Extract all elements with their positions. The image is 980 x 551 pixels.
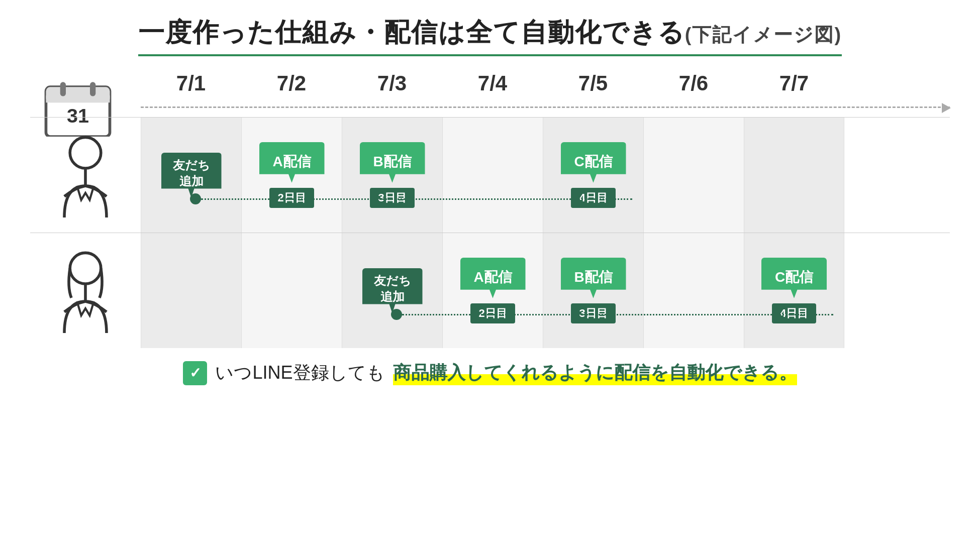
b-delivery-card-p2: B配信 <box>561 258 626 300</box>
person2-event-6: C配信 4日目 <box>761 258 827 323</box>
person1-event-0: 友だち追加 <box>161 153 222 198</box>
title-section: 一度作った仕組み・配信は全て自動化できる(下記イメージ図) <box>138 15 842 56</box>
day-badge-p2-4: 3日目 <box>571 303 615 323</box>
person1-event-4: C配信 4日目 <box>561 142 626 208</box>
col-header-4: 7/5 <box>543 71 643 99</box>
svg-point-8 <box>70 253 101 284</box>
person2-col-0 <box>141 233 241 348</box>
person1-col-5 <box>643 118 744 233</box>
person1-col-6 <box>744 118 844 233</box>
col-header-1: 7/2 <box>241 71 342 99</box>
person2-event-3: A配信 2日目 <box>460 258 526 323</box>
person1-icon <box>30 133 141 218</box>
svg-rect-3 <box>60 82 66 96</box>
col-header-3: 7/4 <box>442 71 543 99</box>
day-badge-p1-2: 3日目 <box>370 188 414 208</box>
note-text-before: いつLINE登録しても <box>215 361 384 385</box>
person1-col-4: C配信 4日目 <box>543 118 643 233</box>
male-avatar <box>50 133 121 218</box>
person1-col-2: B配信 3日目 <box>342 118 442 233</box>
person1-event-2: B配信 3日目 <box>360 142 425 208</box>
svg-rect-4 <box>90 82 95 96</box>
person2-col-1 <box>241 233 342 348</box>
person2-col-6: C配信 4日目 <box>744 233 844 348</box>
svg-point-6 <box>70 137 101 168</box>
main-title: 一度作った仕組み・配信は全て自動化できる(下記イメージ図) <box>138 15 842 56</box>
person2-cols: 友だち追加 A配信 2日目 B配信 <box>141 233 950 348</box>
person2-event-2: 友だち追加 <box>362 268 423 313</box>
grid-section: 31 7/1 7/2 7/3 7/4 7/5 7/6 7/7 <box>30 71 950 348</box>
person2-event-4: B配信 3日目 <box>561 258 626 323</box>
person2-icon <box>30 248 141 334</box>
col-header-2: 7/3 <box>342 71 442 99</box>
title-sub-text: (下記イメージ図) <box>685 24 842 45</box>
timeline-arrow <box>141 106 950 108</box>
a-delivery-card-p1: A配信 <box>259 142 325 185</box>
check-icon: ✓ <box>183 361 207 385</box>
person2-col-5 <box>643 233 744 348</box>
person1-col-3 <box>442 118 543 233</box>
title-main-text: 一度作った仕組み・配信は全て自動化できる <box>138 18 685 47</box>
person1-row: 友だち追加 A配信 2日目 B配信 <box>30 117 950 233</box>
page-container: 一度作った仕組み・配信は全て自動化できる(下記イメージ図) 31 7/1 7/2 <box>0 0 980 551</box>
person1-row-wrapper: 友だち追加 A配信 2日目 B配信 <box>30 117 950 233</box>
day-badge-p2-6: 4日目 <box>772 303 816 323</box>
a-delivery-card-p2: A配信 <box>460 258 526 300</box>
day-badge-p1-4: 4日目 <box>571 188 615 208</box>
person2-col-3: A配信 2日目 <box>442 233 543 348</box>
person2-col-4: B配信 3日目 <box>543 233 643 348</box>
person2-row: 友だち追加 A配信 2日目 B配信 <box>30 233 950 348</box>
svg-rect-2 <box>46 95 110 102</box>
col-header-0: 7/1 <box>141 71 241 99</box>
bottom-note: ✓ いつLINE登録しても 商品購入してくれるように配信を自動化できる。 <box>183 361 797 385</box>
tomodachi-card-p2: 友だち追加 <box>362 268 423 313</box>
person1-event-1: A配信 2日目 <box>259 142 325 208</box>
person1-cols: 友だち追加 A配信 2日目 B配信 <box>141 118 950 233</box>
c-delivery-card-p2: C配信 <box>761 258 827 300</box>
day-badge-p1-1: 2日目 <box>269 188 314 208</box>
female-avatar <box>50 248 121 334</box>
col-header-6: 7/7 <box>744 71 844 99</box>
person1-col-0: 友だち追加 <box>141 118 241 233</box>
b-delivery-card-p1: B配信 <box>360 142 425 185</box>
person1-col-1: A配信 2日目 <box>241 118 342 233</box>
note-text-highlight: 商品購入してくれるように配信を自動化できる。 <box>393 361 797 385</box>
col-header-5: 7/6 <box>643 71 744 99</box>
header-row: 7/1 7/2 7/3 7/4 7/5 7/6 7/7 <box>141 71 950 99</box>
person2-row-wrapper: 友だち追加 A配信 2日目 B配信 <box>30 233 950 348</box>
timeline-row <box>141 99 950 115</box>
person2-col-2: 友だち追加 <box>342 233 442 348</box>
tomodachi-card-p1: 友だち追加 <box>161 153 222 198</box>
c-delivery-card-p1: C配信 <box>561 142 626 185</box>
day-badge-p2-3: 2日目 <box>470 303 515 323</box>
